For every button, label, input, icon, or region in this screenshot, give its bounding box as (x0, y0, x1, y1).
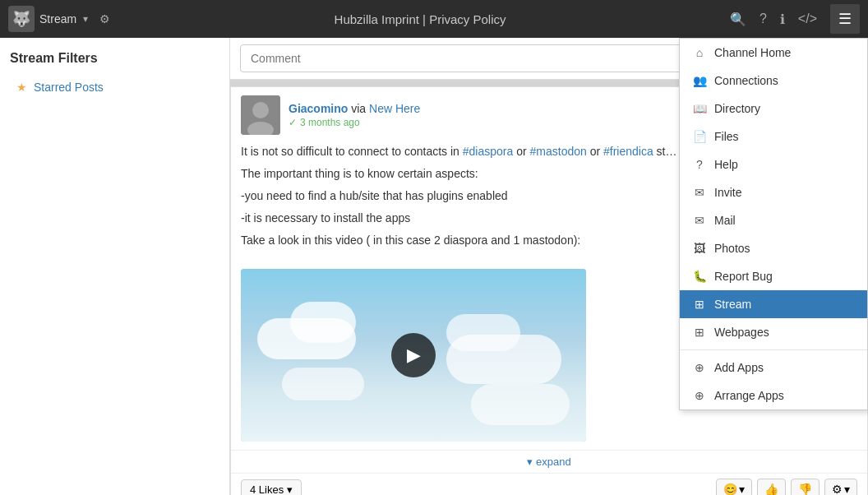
search-icon[interactable]: 🔍 (730, 12, 746, 27)
video-thumbnail[interactable]: ▶ (241, 269, 586, 442)
emoji-arrow: ▾ (739, 483, 745, 495)
menu-item-connections[interactable]: 👥 Connections (680, 67, 867, 95)
menu-item-label: Webpages (714, 326, 769, 339)
thumbs-down-icon: 👎 (798, 483, 812, 495)
post-meta: Giacomino via New Here ✓ 3 months ago (289, 102, 420, 128)
menu-item-label: Arrange Apps (714, 389, 784, 402)
navbar-right-actions: 🔍 ? ℹ </> ☰ (730, 4, 860, 34)
stream-settings-icon[interactable]: ⚙ (99, 12, 110, 25)
expand-label: expand (536, 456, 571, 468)
add-apps-icon: ⊕ (693, 361, 706, 374)
webpages-icon: ⊞ (693, 326, 706, 339)
menu-button[interactable]: ☰ (830, 4, 860, 34)
expand-chevron: ▾ (527, 456, 533, 468)
post-channel[interactable]: New Here (369, 102, 420, 115)
stream-icon: ⊞ (693, 298, 706, 311)
gear-icon: ⚙ (832, 483, 843, 495)
menu-item-photos[interactable]: 🖼 Photos (680, 234, 867, 262)
menu-item-report-bug[interactable]: 🐛 Report Bug (680, 262, 867, 290)
likes-count: 4 Likes (250, 483, 284, 496)
post-footer: 4 Likes ▾ 😊 ▾ 👍 👎 ⚙ (231, 473, 867, 495)
dislike-button[interactable]: 👎 (791, 479, 820, 495)
sidebar-item-starred-posts[interactable]: ★ Starred Posts (10, 76, 219, 99)
emoji-reaction-button[interactable]: 😊 ▾ (716, 479, 752, 495)
sidebar: Stream Filters ★ Starred Posts (0, 38, 230, 495)
video-sky-bg: ▶ (241, 269, 586, 442)
mail-icon: ✉ (693, 214, 706, 227)
menu-item-webpages[interactable]: ⊞ Webpages (680, 318, 867, 346)
footer-actions: 😊 ▾ 👍 👎 ⚙ ▾ (716, 479, 857, 495)
post-author[interactable]: Giacomino (289, 102, 348, 115)
menu-item-label: Report Bug (714, 270, 773, 283)
post-timestamp: 3 months ago (300, 117, 360, 128)
menu-item-add-apps[interactable]: ⊕ Add Apps (680, 354, 867, 382)
menu-item-mail[interactable]: ✉ Mail (680, 206, 867, 234)
emoji-icon: 😊 (723, 483, 737, 495)
play-button[interactable]: ▶ (391, 333, 436, 377)
menu-item-label: Files (714, 130, 739, 143)
expand-link[interactable]: ▾ expand (231, 450, 867, 473)
menu-item-label: Add Apps (714, 361, 764, 374)
menu-item-label: Mail (714, 214, 736, 227)
info-icon[interactable]: ℹ (780, 12, 785, 27)
hashtag-diaspora[interactable]: #diaspora (463, 145, 514, 158)
brand-dropdown-arrow[interactable]: ▾ (83, 13, 88, 25)
post-author-line: Giacomino via New Here (289, 102, 420, 115)
menu-item-invite[interactable]: ✉ Invite (680, 178, 867, 206)
brand-logo[interactable]: 🐺 (8, 6, 35, 32)
files-icon: 📄 (693, 130, 706, 143)
menu-item-files[interactable]: 📄 Files (680, 123, 867, 150)
arrange-apps-icon: ⊕ (693, 389, 706, 402)
verified-icon: ✓ (289, 117, 297, 128)
connections-icon: 👥 (693, 74, 706, 87)
menu-item-arrange-apps[interactable]: ⊕ Arrange Apps (680, 382, 867, 409)
menu-item-label: Directory (714, 102, 760, 115)
channel-home-icon: ⌂ (693, 46, 706, 59)
menu-item-directory[interactable]: 📖 Directory (680, 95, 867, 123)
menu-item-label: Invite (714, 186, 741, 199)
avatar (241, 95, 280, 135)
dropdown-menu: ⌂ Channel Home 👥 Connections 📖 Directory… (679, 38, 868, 410)
brand-name: Stream (39, 12, 76, 25)
more-arrow: ▾ (844, 483, 850, 495)
hashtag-mastodon[interactable]: #mastodon (530, 145, 587, 158)
navbar-title: Hubzilla Imprint | Privacy Policy (110, 12, 730, 26)
brand: 🐺 Stream ▾ ⚙ (8, 6, 110, 32)
photos-icon: 🖼 (693, 242, 706, 255)
sidebar-item-label: Starred Posts (34, 81, 104, 94)
directory-icon: 📖 (693, 102, 706, 115)
hashtag-friendica[interactable]: #friendica (603, 145, 653, 158)
likes-arrow: ▾ (287, 483, 293, 496)
menu-item-stream[interactable]: ⊞ Stream (680, 290, 867, 318)
menu-item-label: Photos (714, 242, 750, 255)
code-icon[interactable]: </> (798, 12, 817, 26)
post-via-label: via (351, 102, 369, 115)
more-actions-button[interactable]: ⚙ ▾ (824, 479, 857, 495)
help-menu-icon: ? (693, 158, 706, 171)
like-button[interactable]: 👍 (757, 479, 786, 495)
post-time: ✓ 3 months ago (289, 117, 420, 128)
star-icon: ★ (16, 81, 27, 94)
menu-item-label: Connections (714, 74, 778, 87)
likes-button[interactable]: 4 Likes ▾ (241, 479, 302, 496)
menu-item-label: Channel Home (714, 46, 791, 59)
report-bug-icon: 🐛 (693, 270, 706, 283)
help-icon[interactable]: ? (760, 12, 767, 26)
svg-point-1 (252, 102, 269, 118)
menu-divider (680, 349, 867, 350)
sidebar-title: Stream Filters (10, 51, 219, 66)
menu-item-label: Help (714, 158, 738, 171)
menu-item-help[interactable]: ? Help (680, 150, 867, 178)
invite-icon: ✉ (693, 186, 706, 199)
menu-item-label: Stream (714, 298, 751, 311)
thumbs-up-icon: 👍 (764, 483, 778, 495)
menu-item-channel-home[interactable]: ⌂ Channel Home (680, 39, 867, 67)
navbar: 🐺 Stream ▾ ⚙ Hubzilla Imprint | Privacy … (0, 0, 868, 38)
